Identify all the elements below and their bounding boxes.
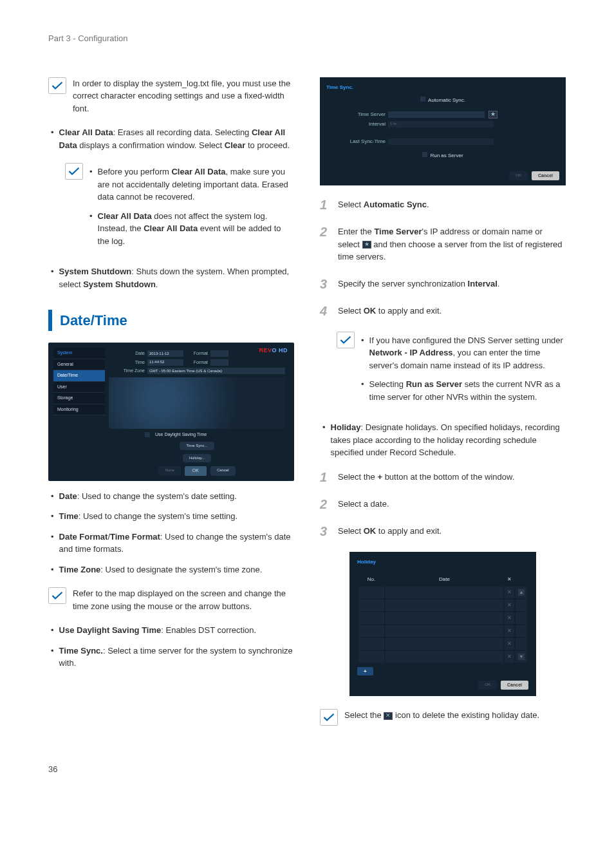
add-button[interactable]: + — [357, 667, 373, 675]
bullet-list: Date: Used to change the system's date s… — [48, 490, 294, 576]
dst-label: Use Daylight Saving Time — [155, 431, 207, 439]
check-icon — [48, 587, 66, 604]
label: Clear All Data — [59, 127, 113, 137]
sync-steps: Select Automatic Sync. Enter the Time Se… — [320, 198, 566, 317]
scroll-up-icon[interactable]: ▲ — [518, 589, 525, 596]
sidebar-item[interactable]: General — [53, 359, 105, 371]
format-label: Format — [186, 350, 208, 357]
bullet-shutdown: System Shutdown: Shuts down the system. … — [48, 265, 294, 290]
auto-sync-checkbox[interactable] — [420, 97, 425, 102]
screenshot-holiday: Holiday No. Date ✕ ✕▲ ✕ ✕ ✕ ✕ ✕▼ + OK Ca… — [349, 552, 536, 697]
star-lookup-icon[interactable]: ★ — [488, 111, 498, 118]
sub-bullets: Before you perform Clear All Data, make … — [89, 165, 294, 247]
sidebar-item[interactable]: User — [53, 382, 105, 393]
dialog-title: Holiday — [357, 558, 528, 566]
date-input[interactable]: 2013-11-12 — [147, 350, 183, 357]
screenshot-datetime: REVO HD System General Date/Time User St… — [48, 343, 294, 481]
dialog-title: Time Sync. — [326, 84, 559, 91]
time-format-select[interactable] — [210, 359, 228, 366]
holiday-button[interactable]: Holiday... — [183, 454, 212, 462]
format-label: Format — [186, 359, 208, 366]
bullet-list: Clear All Data: Erases all recording dat… — [48, 126, 294, 151]
time-label: Time — [109, 359, 145, 366]
sub-bullet: Selecting Run as Server sets the current… — [361, 378, 566, 403]
bullet-tz: Time Zone: Used to designate the system'… — [48, 563, 294, 576]
x-icon[interactable]: ✕ — [505, 599, 514, 611]
ok-button[interactable]: OK — [509, 171, 528, 181]
sidebar-title: System — [53, 348, 105, 359]
sidebar: System General Date/Time User Storage Mo… — [53, 348, 105, 476]
check-icon — [65, 163, 83, 180]
step-4: Select OK to apply and exit. — [320, 305, 566, 317]
sidebar-item-selected[interactable]: Date/Time — [53, 370, 105, 382]
sidebar-item[interactable]: Storage — [53, 393, 105, 404]
time-server-label: Time Server — [326, 111, 386, 118]
time-server-input[interactable] — [388, 111, 485, 118]
col-x: ✕ — [505, 574, 514, 585]
step-2: Enter the Time Server's IP address or do… — [320, 225, 566, 263]
col-date: Date — [386, 574, 503, 585]
h-step-3: Select OK to apply and exit. — [320, 525, 566, 538]
bullet-list: Holiday: Designate holidays. On specifie… — [320, 421, 566, 459]
page-header: Part 3 - Configuration — [48, 32, 566, 45]
date-format-select[interactable] — [210, 350, 228, 357]
ok-button[interactable]: OK — [478, 681, 497, 690]
screenshot-timesync: Time Sync. Automatic Sync. Time Server★ … — [320, 77, 566, 186]
sub-bullets: If you have configured the DNS Server se… — [361, 334, 566, 404]
x-icon[interactable]: ✕ — [505, 638, 514, 650]
holiday-steps: Select the + button at the bottom of the… — [320, 471, 566, 538]
x-icon: ✕ — [384, 712, 393, 720]
h-step-2: Select a date. — [320, 498, 566, 511]
interval-select[interactable]: 1 hr. — [388, 121, 494, 127]
holiday-table: No. Date ✕ ✕▲ ✕ ✕ ✕ ✕ ✕▼ — [357, 572, 528, 664]
note-dns-run: If you have configured the DNS Server se… — [337, 332, 566, 410]
bullet-timesync: Time Sync.: Select a time server for the… — [48, 645, 294, 670]
x-icon[interactable]: ✕ — [505, 625, 514, 637]
col-no: No. — [358, 574, 384, 585]
time-input[interactable]: 11:44:52 — [147, 359, 183, 366]
ok-button[interactable]: OK — [185, 466, 207, 476]
dst-checkbox[interactable] — [145, 432, 150, 437]
note-delete-holiday: Select the ✕ icon to delete the existing… — [320, 709, 566, 726]
bullet-holiday: Holiday: Designate holidays. On specifie… — [320, 421, 566, 459]
interval-label: Interval — [326, 120, 386, 128]
sub-bullet: If you have configured the DNS Server se… — [361, 334, 566, 372]
world-map[interactable] — [109, 377, 285, 429]
two-column-layout: In order to display the system_log.txt f… — [48, 77, 566, 738]
run-as-server-checkbox[interactable] — [422, 152, 427, 157]
last-sync-value — [388, 138, 494, 145]
tz-select[interactable]: GMT - 05:00 Eastern Time (US & Canada) — [147, 368, 285, 374]
section-heading: Date/Time — [48, 310, 294, 331]
x-icon[interactable]: ✕ — [505, 612, 514, 624]
last-sync-label: Last Sync-Time — [326, 138, 386, 146]
run-as-server-label: Run as Server — [430, 152, 463, 160]
sub-bullet: Before you perform Clear All Data, make … — [89, 165, 294, 203]
note-syslog: In order to display the system_log.txt f… — [48, 77, 294, 115]
bullet-dst: Use Daylight Saving Time: Enables DST co… — [48, 624, 294, 637]
note-text: In order to display the system_log.txt f… — [73, 77, 294, 115]
cancel-button[interactable]: Cancel — [501, 681, 528, 690]
x-icon[interactable]: ✕ — [505, 587, 514, 598]
tz-label: Time Zone — [109, 368, 145, 375]
time-sync-button[interactable]: Time Sync... — [180, 442, 214, 450]
bullet-list: System Shutdown: Shuts down the system. … — [48, 265, 294, 290]
x-icon[interactable]: ✕ — [505, 651, 514, 663]
cancel-button[interactable]: Cancel — [210, 466, 236, 476]
auto-sync-label: Automatic Sync. — [428, 97, 465, 104]
bullet-format: Date Format/Time Format: Used to change … — [48, 531, 294, 556]
bullet-date: Date: Used to change the system's date s… — [48, 490, 294, 503]
sidebar-item[interactable]: Monitoring — [53, 404, 105, 416]
cancel-button[interactable]: Cancel — [532, 171, 559, 181]
note-clear: Before you perform Clear All Data, make … — [65, 163, 294, 254]
note-text: Refer to the map displayed on the screen… — [73, 587, 294, 612]
brand-logo: REVO HD — [259, 346, 288, 355]
check-icon — [337, 332, 355, 348]
scroll-down-icon[interactable]: ▼ — [518, 654, 525, 660]
page-number: 36 — [48, 763, 566, 776]
bullet-list: Use Daylight Saving Time: Enables DST co… — [48, 624, 294, 670]
step-1: Select Automatic Sync. — [320, 198, 566, 211]
check-icon — [320, 709, 338, 726]
h-step-1: Select the + button at the bottom of the… — [320, 471, 566, 484]
left-column: In order to display the system_log.txt f… — [48, 77, 294, 738]
check-icon — [48, 77, 66, 94]
